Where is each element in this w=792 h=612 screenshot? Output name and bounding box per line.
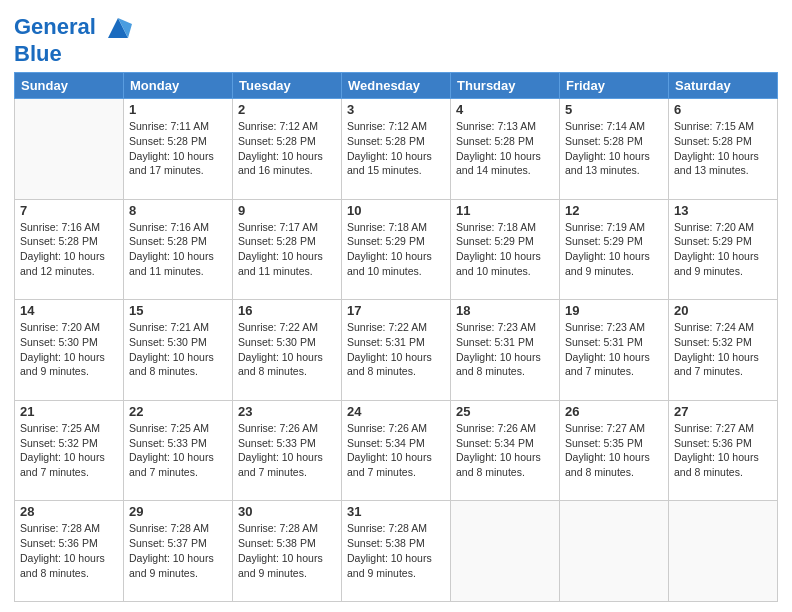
day-number: 22 bbox=[129, 404, 227, 419]
day-number: 2 bbox=[238, 102, 336, 117]
calendar-day-header: Sunday bbox=[15, 73, 124, 99]
calendar-day-cell: 6Sunrise: 7:15 AMSunset: 5:28 PMDaylight… bbox=[669, 99, 778, 200]
logo-text: General bbox=[14, 14, 132, 42]
day-info: Sunrise: 7:24 AMSunset: 5:32 PMDaylight:… bbox=[674, 320, 772, 379]
day-info: Sunrise: 7:15 AMSunset: 5:28 PMDaylight:… bbox=[674, 119, 772, 178]
day-number: 27 bbox=[674, 404, 772, 419]
calendar-day-cell: 27Sunrise: 7:27 AMSunset: 5:36 PMDayligh… bbox=[669, 400, 778, 501]
day-info: Sunrise: 7:13 AMSunset: 5:28 PMDaylight:… bbox=[456, 119, 554, 178]
day-number: 11 bbox=[456, 203, 554, 218]
calendar-day-cell: 13Sunrise: 7:20 AMSunset: 5:29 PMDayligh… bbox=[669, 199, 778, 300]
day-info: Sunrise: 7:16 AMSunset: 5:28 PMDaylight:… bbox=[20, 220, 118, 279]
day-info: Sunrise: 7:22 AMSunset: 5:30 PMDaylight:… bbox=[238, 320, 336, 379]
calendar-day-cell: 30Sunrise: 7:28 AMSunset: 5:38 PMDayligh… bbox=[233, 501, 342, 602]
day-number: 7 bbox=[20, 203, 118, 218]
day-info: Sunrise: 7:25 AMSunset: 5:32 PMDaylight:… bbox=[20, 421, 118, 480]
calendar-day-header: Thursday bbox=[451, 73, 560, 99]
day-info: Sunrise: 7:26 AMSunset: 5:34 PMDaylight:… bbox=[347, 421, 445, 480]
day-number: 4 bbox=[456, 102, 554, 117]
calendar-week-row: 14Sunrise: 7:20 AMSunset: 5:30 PMDayligh… bbox=[15, 300, 778, 401]
day-info: Sunrise: 7:12 AMSunset: 5:28 PMDaylight:… bbox=[238, 119, 336, 178]
calendar-day-cell: 28Sunrise: 7:28 AMSunset: 5:36 PMDayligh… bbox=[15, 501, 124, 602]
day-info: Sunrise: 7:26 AMSunset: 5:33 PMDaylight:… bbox=[238, 421, 336, 480]
logo-icon bbox=[104, 14, 132, 42]
day-number: 16 bbox=[238, 303, 336, 318]
calendar-day-header: Friday bbox=[560, 73, 669, 99]
calendar-day-cell: 15Sunrise: 7:21 AMSunset: 5:30 PMDayligh… bbox=[124, 300, 233, 401]
day-number: 17 bbox=[347, 303, 445, 318]
day-info: Sunrise: 7:28 AMSunset: 5:36 PMDaylight:… bbox=[20, 521, 118, 580]
calendar-day-cell: 26Sunrise: 7:27 AMSunset: 5:35 PMDayligh… bbox=[560, 400, 669, 501]
day-number: 21 bbox=[20, 404, 118, 419]
calendar-day-cell: 16Sunrise: 7:22 AMSunset: 5:30 PMDayligh… bbox=[233, 300, 342, 401]
day-info: Sunrise: 7:27 AMSunset: 5:36 PMDaylight:… bbox=[674, 421, 772, 480]
day-info: Sunrise: 7:20 AMSunset: 5:30 PMDaylight:… bbox=[20, 320, 118, 379]
day-number: 26 bbox=[565, 404, 663, 419]
day-number: 9 bbox=[238, 203, 336, 218]
calendar-day-cell bbox=[669, 501, 778, 602]
calendar-day-header: Wednesday bbox=[342, 73, 451, 99]
calendar-day-cell: 31Sunrise: 7:28 AMSunset: 5:38 PMDayligh… bbox=[342, 501, 451, 602]
day-info: Sunrise: 7:28 AMSunset: 5:38 PMDaylight:… bbox=[238, 521, 336, 580]
logo-area: General Blue bbox=[14, 14, 132, 66]
calendar-day-cell: 20Sunrise: 7:24 AMSunset: 5:32 PMDayligh… bbox=[669, 300, 778, 401]
calendar-day-cell: 2Sunrise: 7:12 AMSunset: 5:28 PMDaylight… bbox=[233, 99, 342, 200]
day-info: Sunrise: 7:11 AMSunset: 5:28 PMDaylight:… bbox=[129, 119, 227, 178]
calendar-day-cell: 14Sunrise: 7:20 AMSunset: 5:30 PMDayligh… bbox=[15, 300, 124, 401]
day-number: 14 bbox=[20, 303, 118, 318]
day-info: Sunrise: 7:23 AMSunset: 5:31 PMDaylight:… bbox=[456, 320, 554, 379]
day-info: Sunrise: 7:27 AMSunset: 5:35 PMDaylight:… bbox=[565, 421, 663, 480]
calendar-day-cell: 3Sunrise: 7:12 AMSunset: 5:28 PMDaylight… bbox=[342, 99, 451, 200]
calendar-day-cell: 5Sunrise: 7:14 AMSunset: 5:28 PMDaylight… bbox=[560, 99, 669, 200]
day-number: 28 bbox=[20, 504, 118, 519]
calendar-day-header: Monday bbox=[124, 73, 233, 99]
logo-general: General bbox=[14, 14, 96, 39]
calendar-day-header: Saturday bbox=[669, 73, 778, 99]
day-info: Sunrise: 7:25 AMSunset: 5:33 PMDaylight:… bbox=[129, 421, 227, 480]
day-info: Sunrise: 7:20 AMSunset: 5:29 PMDaylight:… bbox=[674, 220, 772, 279]
calendar-day-cell: 1Sunrise: 7:11 AMSunset: 5:28 PMDaylight… bbox=[124, 99, 233, 200]
header: General Blue bbox=[14, 10, 778, 66]
calendar-day-cell: 17Sunrise: 7:22 AMSunset: 5:31 PMDayligh… bbox=[342, 300, 451, 401]
calendar-day-cell: 22Sunrise: 7:25 AMSunset: 5:33 PMDayligh… bbox=[124, 400, 233, 501]
day-number: 29 bbox=[129, 504, 227, 519]
calendar-week-row: 1Sunrise: 7:11 AMSunset: 5:28 PMDaylight… bbox=[15, 99, 778, 200]
day-number: 15 bbox=[129, 303, 227, 318]
day-info: Sunrise: 7:14 AMSunset: 5:28 PMDaylight:… bbox=[565, 119, 663, 178]
day-info: Sunrise: 7:17 AMSunset: 5:28 PMDaylight:… bbox=[238, 220, 336, 279]
day-number: 23 bbox=[238, 404, 336, 419]
calendar-day-cell: 25Sunrise: 7:26 AMSunset: 5:34 PMDayligh… bbox=[451, 400, 560, 501]
calendar-day-header: Tuesday bbox=[233, 73, 342, 99]
day-number: 12 bbox=[565, 203, 663, 218]
day-info: Sunrise: 7:18 AMSunset: 5:29 PMDaylight:… bbox=[456, 220, 554, 279]
calendar-week-row: 7Sunrise: 7:16 AMSunset: 5:28 PMDaylight… bbox=[15, 199, 778, 300]
calendar-header-row: SundayMondayTuesdayWednesdayThursdayFrid… bbox=[15, 73, 778, 99]
calendar-day-cell: 4Sunrise: 7:13 AMSunset: 5:28 PMDaylight… bbox=[451, 99, 560, 200]
day-info: Sunrise: 7:12 AMSunset: 5:28 PMDaylight:… bbox=[347, 119, 445, 178]
day-number: 13 bbox=[674, 203, 772, 218]
calendar-week-row: 28Sunrise: 7:28 AMSunset: 5:36 PMDayligh… bbox=[15, 501, 778, 602]
calendar-day-cell: 24Sunrise: 7:26 AMSunset: 5:34 PMDayligh… bbox=[342, 400, 451, 501]
day-info: Sunrise: 7:16 AMSunset: 5:28 PMDaylight:… bbox=[129, 220, 227, 279]
day-number: 1 bbox=[129, 102, 227, 117]
day-number: 24 bbox=[347, 404, 445, 419]
calendar-day-cell: 7Sunrise: 7:16 AMSunset: 5:28 PMDaylight… bbox=[15, 199, 124, 300]
day-number: 8 bbox=[129, 203, 227, 218]
day-info: Sunrise: 7:23 AMSunset: 5:31 PMDaylight:… bbox=[565, 320, 663, 379]
calendar-week-row: 21Sunrise: 7:25 AMSunset: 5:32 PMDayligh… bbox=[15, 400, 778, 501]
calendar-day-cell: 18Sunrise: 7:23 AMSunset: 5:31 PMDayligh… bbox=[451, 300, 560, 401]
day-number: 3 bbox=[347, 102, 445, 117]
day-number: 18 bbox=[456, 303, 554, 318]
day-info: Sunrise: 7:26 AMSunset: 5:34 PMDaylight:… bbox=[456, 421, 554, 480]
calendar-day-cell: 12Sunrise: 7:19 AMSunset: 5:29 PMDayligh… bbox=[560, 199, 669, 300]
calendar-day-cell: 9Sunrise: 7:17 AMSunset: 5:28 PMDaylight… bbox=[233, 199, 342, 300]
day-info: Sunrise: 7:19 AMSunset: 5:29 PMDaylight:… bbox=[565, 220, 663, 279]
day-number: 10 bbox=[347, 203, 445, 218]
day-info: Sunrise: 7:18 AMSunset: 5:29 PMDaylight:… bbox=[347, 220, 445, 279]
day-info: Sunrise: 7:22 AMSunset: 5:31 PMDaylight:… bbox=[347, 320, 445, 379]
day-number: 5 bbox=[565, 102, 663, 117]
calendar-table: SundayMondayTuesdayWednesdayThursdayFrid… bbox=[14, 72, 778, 602]
calendar-day-cell bbox=[560, 501, 669, 602]
logo-blue: Blue bbox=[14, 42, 132, 66]
calendar-day-cell bbox=[15, 99, 124, 200]
